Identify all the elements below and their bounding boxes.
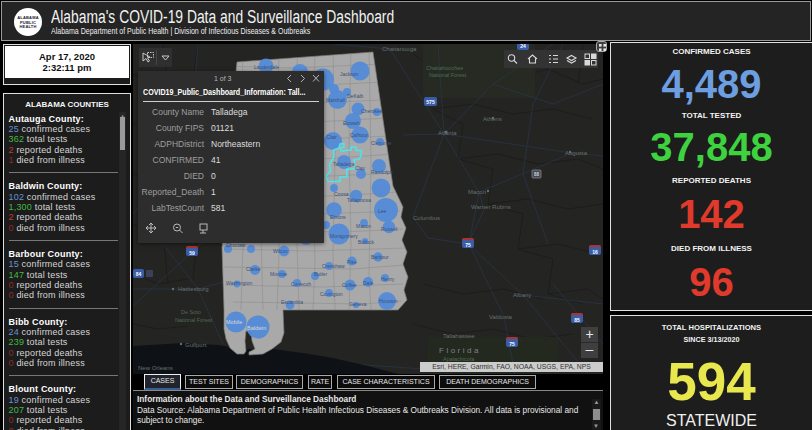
svg-text:Mobile: Mobile: [226, 319, 242, 325]
svg-text:Houston: Houston: [379, 298, 398, 304]
svg-text:Cleburne: Cleburne: [371, 140, 392, 146]
svg-text:Conecuh: Conecuh: [291, 281, 311, 287]
svg-text:Russell: Russell: [381, 226, 397, 232]
svg-text:Florida: Florida: [439, 346, 481, 355]
svg-text:Escambia: Escambia: [281, 299, 303, 305]
svg-text:Chattahoochee: Chattahoochee: [426, 65, 463, 71]
svg-text:Coffee: Coffee: [342, 282, 357, 288]
svg-text:Montgomery: Montgomery: [330, 233, 358, 239]
svg-text:Cherokee: Cherokee: [361, 108, 383, 114]
svg-text:88: 88: [534, 172, 540, 177]
svg-text:Gulfport: Gulfport: [185, 342, 207, 348]
svg-text:Valdosta: Valdosta: [489, 314, 513, 320]
svg-text:Tallapoosa: Tallapoosa: [347, 197, 371, 203]
svg-text:Jackson: Jackson: [340, 71, 359, 77]
svg-text:Washington: Washington: [226, 280, 252, 286]
svg-text:Lauderdale: Lauderdale: [254, 64, 279, 70]
svg-text:Hattiesburg: Hattiesburg: [178, 286, 209, 292]
svg-text:Crenshaw: Crenshaw: [322, 263, 345, 269]
svg-text:Clarke: Clarke: [246, 266, 261, 272]
svg-text:84: 84: [136, 271, 142, 277]
svg-text:Randolph: Randolph: [371, 169, 393, 175]
svg-text:Clay: Clay: [355, 165, 366, 171]
svg-text:Tallahassee: Tallahassee: [443, 333, 475, 339]
svg-text:Calhoun: Calhoun: [350, 132, 369, 138]
svg-text:24: 24: [520, 44, 526, 49]
svg-text:De Soto: De Soto: [181, 309, 201, 315]
svg-text:New Orleans: New Orleans: [138, 365, 173, 371]
svg-text:75: 75: [465, 242, 471, 248]
svg-text:DeKalb: DeKalb: [347, 93, 364, 99]
svg-text:75: 75: [509, 341, 515, 347]
svg-text:Marshall: Marshall: [326, 97, 345, 103]
svg-text:Talladega: Talladega: [333, 161, 355, 167]
svg-text:Geneva: Geneva: [349, 301, 367, 307]
svg-text:Macon: Macon: [468, 189, 486, 195]
svg-text:Bullock: Bullock: [358, 239, 375, 245]
svg-text:Albany: Albany: [513, 292, 531, 298]
svg-text:Columbus: Columbus: [413, 215, 440, 221]
svg-text:Etowah: Etowah: [343, 120, 360, 126]
svg-text:59: 59: [189, 250, 195, 256]
svg-text:Covington: Covington: [320, 291, 343, 297]
svg-text:Baldwin: Baldwin: [247, 325, 266, 331]
svg-text:Wilcox: Wilcox: [273, 248, 288, 254]
svg-text:Pike: Pike: [347, 259, 357, 265]
svg-text:Barbour: Barbour: [371, 254, 389, 260]
svg-text:16: 16: [592, 249, 598, 255]
svg-text:Macon: Macon: [356, 223, 371, 229]
svg-text:Atlanta: Atlanta: [438, 130, 457, 136]
svg-text:Monroe: Monroe: [270, 271, 287, 277]
svg-text:Henry: Henry: [381, 276, 395, 282]
svg-text:National Forest: National Forest: [175, 317, 213, 323]
svg-text:575: 575: [426, 99, 435, 105]
svg-text:85: 85: [574, 317, 580, 323]
svg-text:Elmore: Elmore: [330, 214, 346, 220]
svg-text:Butler: Butler: [314, 271, 327, 277]
svg-text:National Forest: National Forest: [429, 72, 467, 78]
svg-text:Augusta: Augusta: [565, 150, 588, 156]
svg-text:Chattanooga: Chattanooga: [382, 46, 417, 52]
svg-text:Warner Robins: Warner Robins: [471, 204, 511, 210]
svg-text:Lee: Lee: [378, 208, 387, 214]
svg-text:Dale: Dale: [363, 280, 374, 286]
